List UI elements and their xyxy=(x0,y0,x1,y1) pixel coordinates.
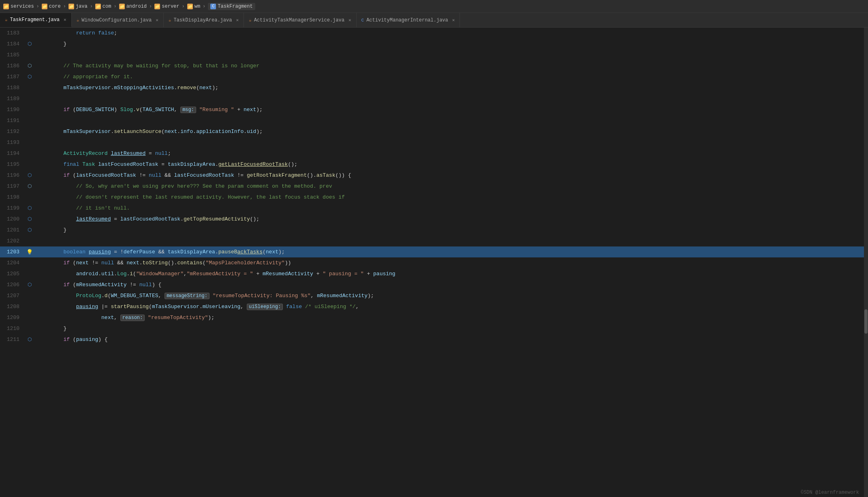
java-file-icon: ☕ xyxy=(249,17,252,23)
code-line: 1186 ⬡ // The activity may be waiting fo… xyxy=(0,60,864,71)
folder-icon: 📁 xyxy=(187,4,193,9)
tab-bar: ☕ TaskFragment.java ✕ ☕ WindowConfigurat… xyxy=(0,13,868,28)
code-line: 1201 ⬡ } xyxy=(0,225,864,236)
tab-close-button[interactable]: ✕ xyxy=(156,17,158,23)
java-file-icon: ☕ xyxy=(77,17,79,23)
tab-close-button[interactable]: ✕ xyxy=(452,17,455,23)
bookmark-icon: ⬡ xyxy=(27,206,32,211)
code-line: 1187 ⬡ // appropriate for it. xyxy=(0,71,864,82)
breadcrumb-java[interactable]: 📁 java xyxy=(68,4,88,9)
code-line: 1205 android.util.Log.i("WindowManager",… xyxy=(0,268,864,279)
code-line: 1198 // doesn't represent the last resum… xyxy=(0,192,864,203)
code-line: 1202 xyxy=(0,236,864,246)
tab-taskfragment[interactable]: ☕ TaskFragment.java ✕ xyxy=(0,13,72,27)
tab-activitymanagerinternal[interactable]: C ActivityManagerInternal.java ✕ xyxy=(357,13,460,27)
code-line: 1184 ⬡ } xyxy=(0,39,864,49)
bookmark-icon: ⬡ xyxy=(27,63,32,69)
code-line: 1188 mTaskSupervisor.mStoppingActivities… xyxy=(0,82,864,93)
bookmark-icon: ⬡ xyxy=(27,337,32,343)
tab-taskdisplayarea[interactable]: ☕ TaskDisplayArea.java ✕ xyxy=(164,13,244,27)
folder-icon: 📁 xyxy=(119,4,125,9)
breadcrumb-bar: 📁 services › 📁 core › 📁 java › 📁 com › 📁… xyxy=(0,0,868,13)
code-line: 1190 if (DEBUG_SWITCH) Slog.v(TAG_SWITCH… xyxy=(0,104,864,115)
code-line-highlighted: 1203 💡 boolean pausing = !deferPause && … xyxy=(0,246,864,257)
folder-icon: 📁 xyxy=(68,4,74,9)
bookmark-icon: ⬡ xyxy=(27,184,32,189)
code-container[interactable]: 1183 return false; 1184 ⬡ } 1185 1186 xyxy=(0,28,864,497)
scrollbar-vertical[interactable] xyxy=(864,28,868,497)
breadcrumb-wm[interactable]: 📁 wm xyxy=(187,4,200,9)
code-line: 1193 xyxy=(0,137,864,148)
code-line: 1185 xyxy=(0,49,864,60)
code-line: 1191 xyxy=(0,115,864,126)
code-line: 1197 ⬡ // So, why aren't we using prev h… xyxy=(0,181,864,192)
class-icon: C xyxy=(210,4,216,9)
code-line: 1189 xyxy=(0,93,864,104)
code-line: 1196 ⬡ if (lastFocusedRootTask != null &… xyxy=(0,170,864,181)
breadcrumb-android[interactable]: 📁 android xyxy=(119,4,147,9)
code-line: 1199 ⬡ // it isn't null. xyxy=(0,203,864,214)
breadcrumb-server[interactable]: 📁 server xyxy=(154,4,179,9)
folder-icon: 📁 xyxy=(154,4,160,9)
code-line: 1209 next, reason: "resumeTopActivity"); xyxy=(0,312,864,323)
breadcrumb-services[interactable]: 📁 services xyxy=(3,4,34,9)
code-line: 1195 final Task lastFocusedRootTask = ta… xyxy=(0,159,864,170)
folder-icon: 📁 xyxy=(95,4,101,9)
tab-windowconfiguration[interactable]: ☕ WindowConfiguration.java ✕ xyxy=(72,13,164,27)
tab-activitytaskmanagerservice[interactable]: ☕ ActivityTaskManagerService.java ✕ xyxy=(244,13,357,27)
code-line: 1208 pausing |= startPausing(mTaskSuperv… xyxy=(0,301,864,312)
bookmark-icon: ⬡ xyxy=(27,216,32,222)
folder-icon: 📁 xyxy=(3,4,9,9)
class-file-icon: C xyxy=(361,18,364,23)
bookmark-icon: ⬡ xyxy=(27,173,32,178)
code-line: 1204 if (next != null && next.toString()… xyxy=(0,257,864,268)
scrollbar-thumb[interactable] xyxy=(864,309,868,334)
code-line: 1200 ⬡ lastResumed = lastFocusedRootTask… xyxy=(0,214,864,225)
tab-close-button[interactable]: ✕ xyxy=(236,17,239,23)
breadcrumb-core[interactable]: 📁 core xyxy=(42,4,61,9)
tab-close-button[interactable]: ✕ xyxy=(348,17,351,23)
tab-close-button[interactable]: ✕ xyxy=(64,17,66,22)
folder-icon: 📁 xyxy=(42,4,47,9)
code-line: 1211 ⬡ if (pausing) { xyxy=(0,334,864,345)
code-line: 1192 mTaskSupervisor.setLaunchSource(nex… xyxy=(0,126,864,137)
code-line: 1206 ⬡ if (mResumedActivity != null) { xyxy=(0,279,864,290)
breadcrumb-com[interactable]: 📁 com xyxy=(95,4,111,9)
code-line: 1210 } xyxy=(0,323,864,334)
java-file-icon: ☕ xyxy=(5,17,8,22)
code-line: 1207 ProtoLog.d(WM_DEBUG_STATES, message… xyxy=(0,290,864,301)
code-lines: 1183 return false; 1184 ⬡ } 1185 1186 xyxy=(0,28,864,345)
code-area: 1183 return false; 1184 ⬡ } 1185 1186 xyxy=(0,28,868,497)
java-file-icon: ☕ xyxy=(169,17,171,23)
bookmark-icon: ⬡ xyxy=(27,227,32,233)
warning-icon: 💡 xyxy=(27,249,32,255)
bookmark-icon: ⬡ xyxy=(27,41,32,47)
breadcrumb-taskfragment[interactable]: C TaskFragment xyxy=(208,3,255,10)
watermark: ©SDN @learnframework xyxy=(801,490,859,495)
bookmark-icon: ⬡ xyxy=(27,74,32,80)
code-line: 1183 return false; xyxy=(0,28,864,39)
code-line: 1194 ActivityRecord lastResumed = null; xyxy=(0,148,864,159)
bookmark-icon: ⬡ xyxy=(27,282,32,288)
